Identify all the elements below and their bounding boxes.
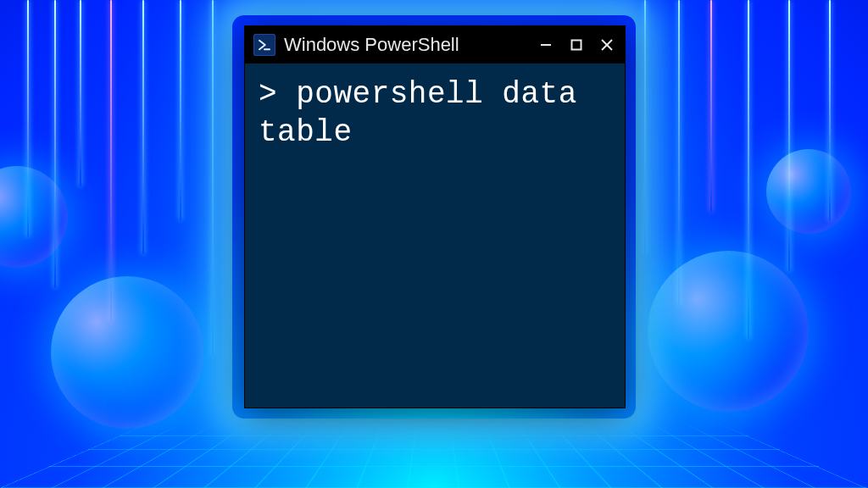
window-titlebar[interactable]: Windows PowerShell: [245, 26, 625, 64]
terminal-body[interactable]: > powershell data table: [245, 64, 625, 408]
powershell-window: Windows PowerShell > powershell data tab…: [244, 25, 626, 408]
maximize-button[interactable]: [567, 36, 586, 54]
glow-orb: [766, 149, 851, 234]
powershell-icon: [253, 34, 275, 56]
prompt-symbol: >: [259, 77, 277, 112]
close-button[interactable]: [598, 36, 616, 54]
window-controls: [537, 36, 616, 54]
glow-orb: [648, 251, 809, 412]
svg-rect-2: [572, 41, 581, 50]
minimize-button[interactable]: [537, 36, 555, 54]
perspective-grid: [0, 421, 868, 488]
terminal-command: powershell data table: [259, 77, 596, 150]
window-title: Windows PowerShell: [284, 34, 528, 56]
glow-orb: [51, 276, 203, 429]
